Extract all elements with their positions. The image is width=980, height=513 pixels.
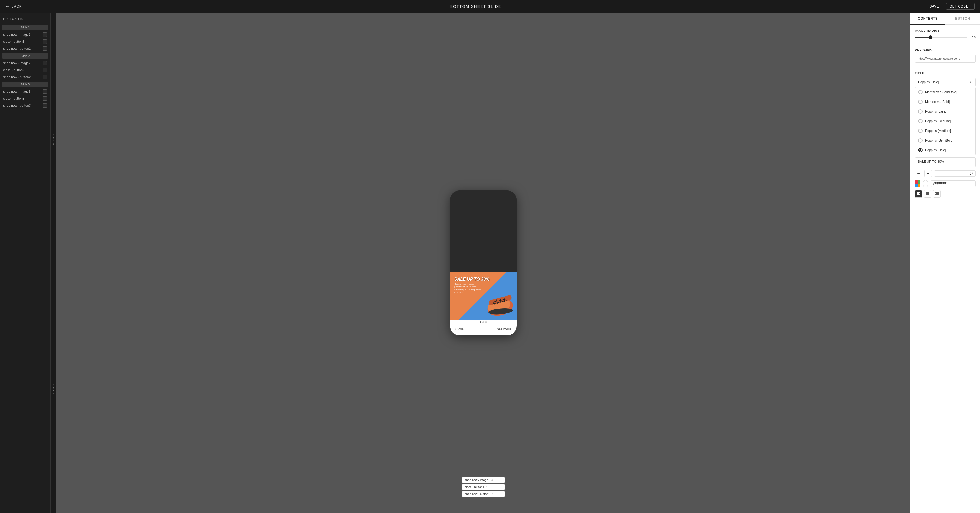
tab-button[interactable]: BUTTON [945, 13, 980, 24]
bottom-sheet-image: SALE UP TO 30% Get a designer brand prod… [450, 272, 517, 320]
slider-fill [915, 37, 931, 38]
font-option-poppins-light[interactable]: Poppins [Light] [915, 106, 975, 116]
sale-title-text: SALE UP TO 30% [454, 277, 490, 282]
floating-btn-shop-now-image1[interactable]: shop now - image1 ✏ [462, 477, 505, 483]
sale-text-overlay: SALE UP TO 30% Get a designer brand prod… [454, 277, 490, 294]
main-layout: BUTTON LIST Slide 1 shop now - image1 cl… [0, 13, 980, 513]
get-code-button[interactable]: GET CODE ↑ [946, 3, 975, 10]
svg-rect-11 [916, 192, 920, 193]
font-dropdown: Poppins [Bold] ▲ Montserrat [SemiBold] M… [915, 78, 976, 155]
close-sheet-button[interactable]: Close [455, 327, 464, 331]
slide-2-label: Slide 2 [2, 53, 48, 59]
checkbox-shop-now-image2[interactable] [43, 61, 47, 65]
text-align-row [915, 190, 976, 198]
image-radius-slider-track[interactable] [915, 37, 967, 38]
align-center-button[interactable] [924, 190, 931, 198]
list-item: shop now - button3 [0, 102, 50, 109]
svg-rect-17 [926, 194, 929, 195]
checkbox-shop-now-button3[interactable] [43, 103, 47, 108]
svg-rect-19 [935, 192, 939, 193]
dot-2 [482, 321, 484, 323]
back-label: BACK [11, 4, 22, 8]
back-arrow-icon: ← [5, 4, 10, 9]
sale-subtitle-text: Get a designer brand products at a sale … [454, 283, 481, 294]
list-item: close - button1 [0, 38, 50, 45]
font-size-increase[interactable]: + [924, 170, 932, 177]
title-text-display[interactable]: SALE UP TO 30% [915, 157, 976, 167]
align-right-button[interactable] [933, 190, 940, 198]
topbar: ← BACK BOTTOM SHEET SLIDE SAVE ↑ GET COD… [0, 0, 980, 13]
topbar-right: SAVE ↑ GET CODE ↑ [929, 3, 975, 10]
font-option-poppins-regular[interactable]: Poppins [Regular] [915, 116, 975, 126]
left-sidebar: BUTTON LIST Slide 1 shop now - image1 cl… [0, 13, 56, 513]
vertical-button-2[interactable]: BUTTON 2 [51, 263, 56, 513]
font-size-decrease[interactable]: − [915, 170, 922, 177]
page-title: BOTTOM SHEET SLIDE [450, 4, 501, 9]
slider-thumb[interactable] [929, 35, 932, 39]
edit-icon: ✏ [492, 479, 493, 481]
button-list-title: BUTTON LIST [0, 15, 50, 24]
font-option-poppins-semibold[interactable]: Poppins [SemiBold] [915, 136, 975, 145]
checkbox-shop-now-button2[interactable] [43, 75, 47, 79]
image-radius-slider-row: 16 [915, 35, 976, 39]
color-white-swatch[interactable] [923, 180, 928, 187]
radio-inner-selected [919, 149, 921, 151]
bottom-sheet: SALE UP TO 30% Get a designer brand prod… [450, 272, 517, 335]
vertical-button-tabs: BUTTON 1 BUTTON 2 [50, 13, 56, 513]
tab-contents[interactable]: CONTENTS [910, 13, 945, 25]
dot-1 [480, 321, 481, 323]
floating-button-labels: shop now - image1 ✏ close - button1 ✏ sh… [462, 477, 505, 497]
svg-line-10 [504, 298, 505, 302]
font-option-poppins-medium[interactable]: Poppins [Medium] [915, 126, 975, 136]
checkbox-shop-now-button1[interactable] [43, 46, 47, 51]
slide-1-label: Slide 1 [2, 25, 48, 30]
save-button[interactable]: SAVE ↑ [929, 5, 942, 8]
checkbox-close-button2[interactable] [43, 68, 47, 72]
see-more-button[interactable]: See more [497, 327, 511, 331]
slide-3-label: Slide 3 [2, 82, 48, 87]
phone-screen-top [450, 191, 517, 272]
color-picker-swatch[interactable] [915, 180, 920, 187]
save-upload-icon: ↑ [940, 5, 942, 8]
svg-rect-15 [926, 192, 929, 193]
svg-line-9 [501, 299, 501, 303]
radio-poppins-bold [918, 148, 923, 152]
image-radius-section: IMAGE RADIUS 16 [910, 25, 980, 44]
align-left-button[interactable] [915, 190, 922, 198]
list-item: shop now - button1 [0, 45, 50, 52]
list-item: shop now - button2 [0, 74, 50, 81]
dropdown-header[interactable]: Poppins [Bold] ▲ [915, 78, 976, 86]
title-label: TITLE [915, 71, 976, 75]
font-dropdown-list: Montserrat [SemiBold] Montserrat [Bold] … [915, 87, 976, 155]
back-button[interactable]: ← BACK [5, 4, 22, 9]
checkbox-close-button1[interactable] [43, 40, 47, 44]
checkbox-close-button3[interactable] [43, 97, 47, 101]
deeplink-section: DEEPLINK [910, 44, 980, 67]
font-option-poppins-bold[interactable]: Poppins [Bold] [915, 145, 975, 155]
color-hex-input[interactable] [931, 181, 976, 187]
checkbox-shop-now-image1[interactable] [43, 32, 47, 37]
list-item: close - button2 [0, 67, 50, 74]
list-item: shop now - image2 [0, 60, 50, 67]
edit-icon: ✏ [492, 492, 494, 496]
getcode-upload-icon: ↑ [969, 5, 971, 8]
topbar-left: ← BACK [5, 4, 22, 9]
phone-mockup: SALE UP TO 30% Get a designer brand prod… [450, 191, 517, 335]
vertical-button-1[interactable]: BUTTON 1 [51, 13, 56, 263]
font-size-controls: − + 27 [915, 170, 976, 177]
image-radius-value: 16 [969, 35, 976, 39]
color-picker-row [915, 180, 976, 187]
dot-3 [485, 321, 487, 323]
font-option-montserrat-bold[interactable]: Montserrat [Bold] [915, 97, 975, 106]
radio-poppins-medium [918, 129, 923, 133]
right-panel-tabs: CONTENTS BUTTON [910, 13, 980, 25]
title-section: TITLE Poppins [Bold] ▲ Montserrat [SemiB… [910, 67, 980, 202]
list-item: shop now - image3 [0, 88, 50, 95]
floating-btn-close-button1[interactable]: close - button1 ✏ [462, 484, 505, 490]
checkbox-shop-now-image3[interactable] [43, 89, 47, 94]
floating-btn-shop-now-button1[interactable]: shop now - button1 ✏ [462, 491, 505, 497]
deeplink-input[interactable] [915, 54, 976, 63]
font-option-montserrat-semibold[interactable]: Montserrat [SemiBold] [915, 87, 975, 97]
font-size-value: 27 [934, 170, 976, 177]
selected-font-label: Poppins [Bold] [918, 80, 939, 84]
